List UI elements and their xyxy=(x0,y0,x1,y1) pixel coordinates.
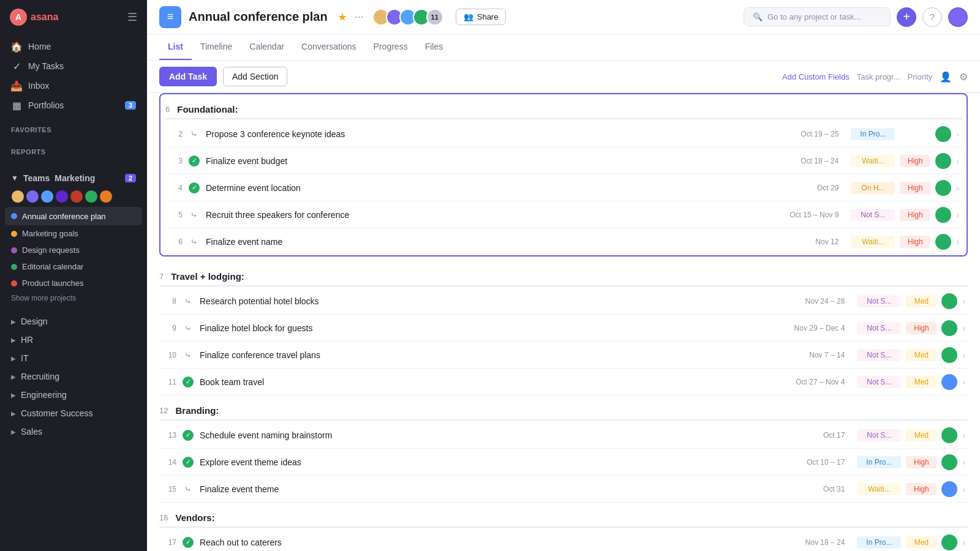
check-icon: ✓ xyxy=(183,377,194,388)
sidebar-toggle[interactable]: ☰ xyxy=(127,10,137,24)
header-right: 🔍 Go to any project or task... + ? xyxy=(744,7,968,27)
user-avatar[interactable] xyxy=(948,7,968,27)
subtask-icon: ⤷ xyxy=(184,484,192,494)
task-row: 17 ✓ Reach out to caterers Nov 18 – 24 I… xyxy=(159,529,968,551)
expand-icon[interactable]: › xyxy=(962,538,965,547)
sidebar-item-portfolios[interactable]: ▦ Portfolios 3 xyxy=(5,96,142,115)
expand-icon[interactable]: › xyxy=(956,129,959,139)
star-icon[interactable]: ★ xyxy=(337,10,347,24)
task-name[interactable]: Finalize hotel block for guests xyxy=(200,323,774,333)
team-avatar xyxy=(99,190,113,203)
task-number: 17 xyxy=(162,538,176,547)
task-name[interactable]: Book team travel xyxy=(200,377,774,387)
task-date: Nov 12 xyxy=(772,238,846,246)
expand-icon[interactable]: › xyxy=(962,430,965,440)
section-title: Branding: xyxy=(175,405,219,416)
expand-icon[interactable]: › xyxy=(962,457,965,467)
sidebar-header: A asana ☰ xyxy=(0,0,147,34)
team-expand-icon: ▼ xyxy=(11,174,18,182)
task-name[interactable]: Recruit three speakers for conference xyxy=(206,210,767,220)
sidebar-item-marketing-goals[interactable]: Marketing goals xyxy=(5,225,142,242)
sidebar-item-sales[interactable]: ▶ Sales xyxy=(5,422,142,441)
expand-icon[interactable]: › xyxy=(962,377,965,387)
sidebar-item-annual-conference[interactable]: Annual conference plan ··· xyxy=(5,207,142,225)
tab-conversations[interactable]: Conversations xyxy=(293,34,365,60)
expand-icon[interactable]: › xyxy=(956,210,959,220)
more-options-icon[interactable]: ··· xyxy=(355,10,364,23)
sidebar-item-editorial-calendar[interactable]: Editorial calendar xyxy=(5,258,142,275)
task-name[interactable]: Explore event theme ideas xyxy=(200,457,774,467)
expand-icon[interactable]: › xyxy=(962,323,965,333)
task-icon: ✓ xyxy=(187,154,201,168)
add-section-button[interactable]: Add Section xyxy=(223,67,288,86)
task-name[interactable]: Finalize event theme xyxy=(200,484,774,494)
sidebar-item-product-launches[interactable]: Product launches xyxy=(5,275,142,291)
task-name[interactable]: Finalize conference travel plans xyxy=(200,350,774,360)
search-bar[interactable]: 🔍 Go to any project or task... xyxy=(744,7,891,26)
header-avatars: 11 xyxy=(376,9,443,26)
task-row: 11 ✓ Book team travel Oct 27 – Nov 4 Not… xyxy=(159,369,968,395)
inbox-icon: 📥 xyxy=(11,80,22,91)
help-button[interactable]: ? xyxy=(922,7,942,27)
subtask-icon: ⤷ xyxy=(184,350,192,360)
sidebar-item-hr[interactable]: ▶ HR xyxy=(5,331,142,349)
sidebar-item-design[interactable]: ▶ Design xyxy=(5,312,142,331)
subtask-icon: ⤷ xyxy=(184,323,192,333)
tab-files[interactable]: Files xyxy=(417,34,452,60)
task-row: 5 ⤷ Recruit three speakers for conferenc… xyxy=(165,201,962,228)
show-more-projects[interactable]: Show more projects xyxy=(5,291,142,305)
sidebar-item-my-tasks[interactable]: ✓ My Tasks xyxy=(5,56,142,76)
task-icon: ⤷ xyxy=(181,482,195,496)
sidebar-item-it[interactable]: ▶ IT xyxy=(5,349,142,367)
task-number: 8 xyxy=(162,297,176,305)
status-badge: Not S... xyxy=(857,295,901,307)
task-name[interactable]: Reach out to caterers xyxy=(200,538,774,547)
expand-icon[interactable]: › xyxy=(956,183,959,193)
tab-timeline[interactable]: Timeline xyxy=(192,34,241,60)
tab-calendar[interactable]: Calendar xyxy=(241,34,293,60)
task-name[interactable]: Determine event location xyxy=(206,183,767,193)
tab-progress[interactable]: Progress xyxy=(365,34,417,60)
sidebar-nav: 🏠 Home ✓ My Tasks 📥 Inbox ▦ Portfolios 3 xyxy=(0,34,147,118)
task-name[interactable]: Finalize event budget xyxy=(206,156,767,166)
project-dot xyxy=(11,264,17,270)
toolbar-right: Add Custom Fields Task progr... Priority… xyxy=(782,71,968,83)
sidebar-item-design-requests[interactable]: Design requests xyxy=(5,242,142,258)
sidebar-item-inbox[interactable]: 📥 Inbox xyxy=(5,76,142,96)
chevron-right-icon: ▶ xyxy=(11,318,16,325)
task-name[interactable]: Propose 3 conference keynote ideas xyxy=(206,129,767,139)
section-travel-lodging: 7 Travel + lodging: 8 ⤷ Research potenti… xyxy=(159,261,968,395)
sidebar-item-home[interactable]: 🏠 Home xyxy=(5,37,142,56)
status-badge: Waiti... xyxy=(851,236,895,248)
marketing-team-header[interactable]: ▼ Teams Marketing 2 xyxy=(5,169,142,187)
filter-icon[interactable]: ⚙ xyxy=(959,71,968,83)
project-dot xyxy=(11,231,17,237)
main-content: ≡ Annual conference plan ★ ··· 11 👥 Shar… xyxy=(147,0,980,551)
task-row: 13 ✓ Schedule event naming brainstorm Oc… xyxy=(159,422,968,449)
priority-badge: Med xyxy=(906,349,937,361)
task-row: 14 ✓ Explore event theme ideas Oct 10 – … xyxy=(159,449,968,476)
task-icon: ⤷ xyxy=(187,235,201,249)
expand-icon[interactable]: › xyxy=(962,296,965,306)
sidebar-item-recruiting[interactable]: ▶ Recruiting xyxy=(5,367,142,386)
expand-icon[interactable]: › xyxy=(956,156,959,166)
add-custom-fields[interactable]: Add Custom Fields xyxy=(782,72,850,81)
add-task-button[interactable]: Add Task xyxy=(159,67,217,86)
priority-label[interactable]: Priority xyxy=(908,72,932,81)
sidebar-item-engineering[interactable]: ▶ Engineering xyxy=(5,386,142,404)
sidebar-item-customer-success[interactable]: ▶ Customer Success xyxy=(5,404,142,422)
task-icon: ✓ xyxy=(187,181,201,195)
task-name[interactable]: Research potential hotel blocks xyxy=(200,296,774,306)
status-badge: Not S... xyxy=(857,376,901,388)
task-name[interactable]: Schedule event naming brainstorm xyxy=(200,430,774,440)
tab-list[interactable]: List xyxy=(159,34,192,60)
add-button[interactable]: + xyxy=(897,7,916,27)
section-number: 16 xyxy=(159,513,168,522)
expand-icon[interactable]: › xyxy=(962,350,965,360)
share-button[interactable]: 👥 Share xyxy=(456,9,507,25)
expand-icon[interactable]: › xyxy=(962,484,965,494)
task-progress-label[interactable]: Task progr... xyxy=(857,72,900,81)
expand-icon[interactable]: › xyxy=(956,237,959,247)
team-label: Engineering xyxy=(21,390,67,400)
task-name[interactable]: Finalize event name xyxy=(206,237,767,247)
